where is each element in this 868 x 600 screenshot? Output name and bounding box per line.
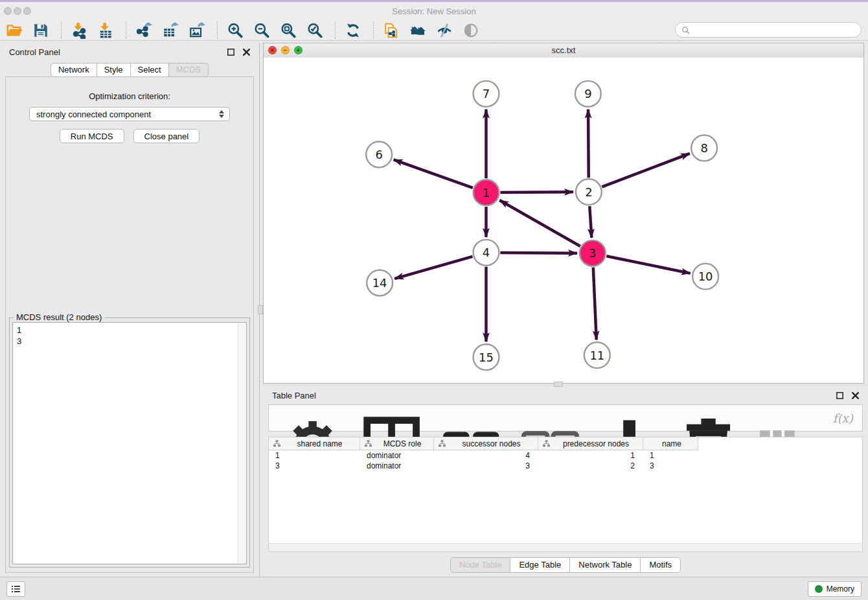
columns-button[interactable] bbox=[356, 409, 428, 427]
search-input[interactable] bbox=[693, 25, 856, 35]
zoom-out-button[interactable] bbox=[253, 21, 271, 39]
column-header-successor-nodes[interactable]: successor nodes bbox=[434, 437, 538, 450]
graph-edge-1-2[interactable] bbox=[500, 192, 573, 192]
clone-network-icon bbox=[383, 22, 400, 39]
tab-select[interactable]: Select bbox=[130, 63, 169, 77]
export-image-button[interactable] bbox=[188, 21, 206, 39]
deselect-all-button[interactable] bbox=[514, 409, 586, 427]
eye-button[interactable] bbox=[462, 21, 480, 39]
add-button[interactable] bbox=[593, 409, 665, 427]
zoom-selected-icon bbox=[306, 22, 323, 39]
column-header-name[interactable]: name bbox=[643, 437, 698, 450]
control-panel-float-button[interactable] bbox=[226, 47, 236, 57]
criterion-select[interactable]: strongly connected component bbox=[29, 107, 230, 121]
network-window-titlebar[interactable]: × − + scc.txt bbox=[264, 43, 863, 58]
close-panel-button[interactable]: Close panel bbox=[133, 129, 200, 143]
graph-edge-3-1[interactable] bbox=[499, 200, 580, 246]
tree-icon bbox=[273, 439, 281, 448]
export-table-button[interactable] bbox=[161, 21, 179, 39]
splitter-horizontal[interactable] bbox=[263, 384, 868, 386]
style-preview-button[interactable] bbox=[435, 21, 453, 39]
graph-node-1[interactable]: 1 bbox=[474, 179, 499, 205]
home-button[interactable] bbox=[409, 21, 427, 39]
svg-text:1: 1 bbox=[483, 186, 490, 200]
tab-node-table[interactable]: Node Table bbox=[450, 557, 511, 573]
network-window-title: scc.txt bbox=[264, 43, 863, 57]
network-close-button[interactable]: × bbox=[268, 46, 277, 54]
table-row[interactable]: 1dominator411 bbox=[269, 450, 698, 461]
graph-node-2[interactable]: 2 bbox=[576, 179, 602, 205]
graph-edge-3-10[interactable] bbox=[606, 256, 690, 273]
tab-network-table[interactable]: Network Table bbox=[569, 557, 641, 573]
delete-button[interactable] bbox=[672, 409, 744, 427]
table-panel-close-button[interactable] bbox=[851, 391, 860, 400]
network-graph: 1234678910111415 bbox=[264, 58, 863, 383]
save-button[interactable] bbox=[32, 21, 50, 39]
zoom-in-icon bbox=[227, 22, 244, 39]
tree-icon bbox=[438, 439, 446, 448]
tab-style[interactable]: Style bbox=[97, 63, 131, 77]
window-title: Session: New Session bbox=[0, 6, 868, 16]
node-table: shared nameMCDS rolesuccessor nodesprede… bbox=[268, 437, 863, 552]
column-header-predecessor-nodes[interactable]: predecessor nodes bbox=[538, 437, 643, 450]
graph-edge-1-6[interactable] bbox=[394, 159, 473, 187]
control-panel-close-button[interactable] bbox=[242, 47, 251, 57]
zoom-selected-button[interactable] bbox=[306, 21, 324, 39]
tab-edge-table[interactable]: Edge Table bbox=[510, 557, 570, 573]
graph-node-8[interactable]: 8 bbox=[691, 135, 717, 161]
splitter-handle-vertical[interactable] bbox=[258, 305, 263, 314]
network-canvas[interactable]: 1234678910111415 bbox=[264, 58, 863, 383]
network-zoom-button[interactable]: + bbox=[294, 46, 303, 54]
select-all-button[interactable] bbox=[435, 409, 507, 427]
search-box[interactable] bbox=[675, 22, 862, 38]
graph-node-6[interactable]: 6 bbox=[366, 141, 392, 167]
graph-node-4[interactable]: 4 bbox=[474, 240, 499, 266]
refresh-button[interactable] bbox=[344, 21, 362, 39]
tab-motifs[interactable]: Motifs bbox=[640, 557, 681, 573]
export-network-button[interactable] bbox=[135, 21, 153, 39]
mcds-result-box[interactable]: 13 bbox=[12, 322, 247, 564]
column-header-mcds-role[interactable]: MCDS role bbox=[360, 437, 434, 450]
svg-text:f(x): f(x) bbox=[833, 411, 854, 424]
graph-node-11[interactable]: 11 bbox=[584, 342, 610, 368]
cell-mcds-role: dominator bbox=[360, 451, 434, 460]
graph-node-3[interactable]: 3 bbox=[580, 240, 606, 266]
table-row[interactable]: 3dominator323 bbox=[269, 461, 698, 471]
svg-text:4: 4 bbox=[483, 246, 490, 259]
graph-node-15[interactable]: 15 bbox=[474, 344, 499, 370]
zoom-in-button[interactable] bbox=[226, 21, 244, 39]
graph-edge-4-3[interactable] bbox=[500, 253, 577, 253]
graph-node-7[interactable]: 7 bbox=[474, 81, 499, 107]
open-folder-button[interactable] bbox=[5, 21, 23, 39]
import-network-icon bbox=[71, 22, 87, 39]
gear-button[interactable] bbox=[277, 409, 348, 427]
graph-edge-2-8[interactable] bbox=[602, 154, 689, 187]
graph-node-14[interactable]: 14 bbox=[367, 270, 393, 296]
graph-node-9[interactable]: 9 bbox=[575, 81, 601, 107]
network-minimize-button[interactable]: − bbox=[281, 46, 290, 54]
zoom-fit-button[interactable] bbox=[279, 21, 297, 39]
table-panel-float-button[interactable] bbox=[835, 391, 845, 400]
import-table-button[interactable] bbox=[97, 21, 115, 39]
open-folder-icon bbox=[6, 22, 23, 39]
tab-mcds[interactable]: MCDS bbox=[168, 63, 209, 77]
run-mcds-button[interactable]: Run MCDS bbox=[60, 129, 124, 143]
import-network-button[interactable] bbox=[70, 21, 88, 39]
mcds-result-group: MCDS result (2 nodes) 13 bbox=[9, 317, 250, 568]
splitter-handle-horizontal[interactable] bbox=[554, 382, 563, 387]
cell-name: 1 bbox=[643, 451, 698, 460]
eye-icon bbox=[463, 22, 479, 39]
graph-node-10[interactable]: 10 bbox=[692, 264, 718, 290]
graph-edge-3-11[interactable] bbox=[593, 268, 597, 340]
column-header-shared-name[interactable]: shared name bbox=[269, 437, 360, 450]
clone-network-button[interactable] bbox=[382, 21, 400, 39]
memory-status-icon bbox=[815, 585, 823, 593]
task-history-button[interactable] bbox=[6, 581, 25, 597]
result-scrollbar[interactable] bbox=[238, 323, 246, 563]
graph-edge-4-14[interactable] bbox=[394, 257, 472, 279]
graph-edge-2-3[interactable] bbox=[589, 206, 591, 238]
graph-edge-2-9[interactable] bbox=[588, 110, 589, 178]
tab-network[interactable]: Network bbox=[51, 63, 97, 77]
table-horizontal-scrollbar[interactable] bbox=[269, 543, 862, 551]
memory-button[interactable]: Memory bbox=[808, 581, 862, 597]
